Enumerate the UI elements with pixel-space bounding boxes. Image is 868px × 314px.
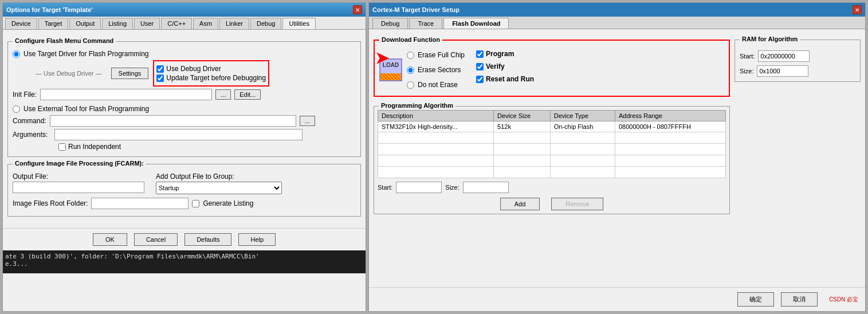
erase-sectors-row: Erase Sectors bbox=[407, 66, 465, 74]
erase-full-chip-row: Erase Full Chip bbox=[407, 51, 465, 59]
tab-right-flash-download[interactable]: Flash Download bbox=[443, 18, 509, 29]
add-button[interactable]: Add bbox=[500, 198, 540, 210]
do-not-erase-radio[interactable] bbox=[407, 81, 414, 89]
verify-row: Verify bbox=[476, 62, 534, 70]
tab-debug[interactable]: Debug bbox=[250, 18, 281, 29]
output-file-section: Output File: bbox=[13, 172, 144, 194]
run-independent-checkbox[interactable] bbox=[58, 143, 66, 151]
tab-right-trace[interactable]: Trace bbox=[409, 18, 442, 29]
right-close-button[interactable]: ✕ bbox=[853, 5, 862, 14]
reset-and-run-label: Reset and Run bbox=[486, 75, 534, 83]
tab-linker[interactable]: Linker bbox=[219, 18, 249, 29]
tab-output[interactable]: Output bbox=[69, 18, 101, 29]
configure-flash-group: Configure Flash Menu Command Use Target … bbox=[7, 41, 361, 157]
erase-options: Erase Full Chip Erase Sectors Do not Era… bbox=[407, 49, 465, 91]
update-target-checkbox-row: Update Target before Debugging bbox=[156, 74, 266, 82]
col-device-size: Device Size bbox=[494, 111, 551, 121]
tab-device[interactable]: Device bbox=[5, 18, 37, 29]
program-label: Program bbox=[486, 50, 514, 58]
tab-cpp[interactable]: C/C++ bbox=[161, 18, 192, 29]
use-target-driver-radio[interactable] bbox=[13, 50, 20, 58]
highlight-checkboxes: Use Debug Driver Update Target before De… bbox=[153, 60, 269, 87]
use-debug-checkbox-row: Use Debug Driver bbox=[156, 65, 266, 73]
col-device-type: Device Type bbox=[550, 111, 615, 121]
console-line-1: ate 3 (build 300)', folder: 'D:\Program … bbox=[5, 253, 363, 260]
image-root-label: Image Files Root Folder: bbox=[13, 199, 88, 207]
ram-start-label: Start: bbox=[740, 53, 755, 60]
init-file-browse-button[interactable]: ... bbox=[215, 89, 231, 100]
tab-utilities[interactable]: Utilities bbox=[282, 18, 315, 29]
image-root-input[interactable] bbox=[91, 198, 188, 209]
add-output-label: Add Output File to Group: bbox=[156, 172, 234, 180]
do-not-erase-row: Do not Erase bbox=[407, 81, 465, 89]
output-file-label: Output File: bbox=[13, 172, 48, 180]
right-content: Download Function LOAD Erase Full Chip bbox=[369, 29, 865, 287]
arrow-indicator: ➤ bbox=[375, 49, 388, 68]
generate-listing-label: Generate Listing bbox=[203, 199, 253, 207]
table-empty-row-4 bbox=[378, 167, 726, 178]
left-bottom-buttons: OK Cancel Defaults Help bbox=[3, 228, 366, 250]
watermark: CSDN 必宝 bbox=[829, 296, 858, 304]
defaults-button[interactable]: Defaults bbox=[184, 233, 231, 246]
erase-sectors-radio[interactable] bbox=[407, 66, 414, 74]
add-output-select[interactable]: Startup bbox=[156, 182, 282, 194]
reset-and-run-checkbox[interactable] bbox=[476, 76, 484, 83]
algo-size-input[interactable] bbox=[463, 182, 509, 193]
update-target-checkbox[interactable] bbox=[156, 74, 164, 82]
programming-algo-title: Programming Algorithm bbox=[379, 102, 455, 109]
ram-size-input[interactable]: 0x1000 bbox=[757, 65, 808, 77]
left-title: Options for Target 'Template' bbox=[6, 6, 93, 13]
erase-full-chip-radio[interactable] bbox=[407, 52, 414, 59]
table-empty-row-1 bbox=[378, 132, 726, 144]
tab-user[interactable]: User bbox=[134, 18, 160, 29]
algo-buttons: Add Remove bbox=[378, 198, 726, 210]
table-empty-row-3 bbox=[378, 155, 726, 167]
verify-checkbox[interactable] bbox=[476, 63, 484, 70]
tab-right-debug[interactable]: Debug bbox=[372, 18, 408, 29]
algo-start-input[interactable] bbox=[396, 182, 442, 193]
right-titlebar: Cortex-M Target Driver Setup ✕ bbox=[369, 3, 865, 17]
cell-address-range: 08000000H - 0807FFFFH bbox=[615, 121, 725, 132]
use-external-tool-row: Use External Tool for Flash Programming bbox=[13, 105, 356, 113]
configure-flash-title: Configure Flash Menu Command bbox=[13, 37, 116, 44]
program-checkbox[interactable] bbox=[476, 50, 484, 58]
command-browse-button[interactable]: ... bbox=[300, 116, 315, 126]
left-window: Options for Target 'Template' ✕ Device T… bbox=[2, 2, 366, 312]
ok-button[interactable]: OK bbox=[93, 233, 127, 246]
table-row: STM32F10x High-density... 512k On-chip F… bbox=[378, 121, 726, 132]
output-file-input[interactable] bbox=[13, 182, 144, 193]
tab-asm[interactable]: Asm bbox=[193, 18, 218, 29]
left-close-button[interactable]: ✕ bbox=[353, 5, 362, 14]
settings-button[interactable]: Settings bbox=[111, 68, 149, 79]
add-output-section: Add Output File to Group: Startup bbox=[156, 172, 282, 194]
arguments-row: Arguments: bbox=[13, 129, 356, 140]
init-file-input[interactable] bbox=[40, 89, 212, 100]
command-input[interactable] bbox=[50, 115, 296, 127]
right-bottom-buttons: 确定 取消 CSDN 必宝 bbox=[369, 287, 865, 311]
programming-algorithm-box: Programming Algorithm Description Device… bbox=[374, 106, 730, 214]
cell-description: STM32F10x High-density... bbox=[378, 121, 494, 132]
use-debug-checkbox[interactable] bbox=[156, 65, 164, 73]
download-function-inner: LOAD Erase Full Chip Erase Sectors bbox=[379, 49, 724, 91]
right-main-content: Download Function LOAD Erase Full Chip bbox=[374, 34, 730, 282]
remove-button[interactable]: Remove bbox=[551, 198, 603, 210]
ram-for-algorithm-title: RAM for Algorithm bbox=[740, 36, 800, 42]
cancel-button[interactable]: Cancel bbox=[134, 233, 178, 246]
ram-start-input[interactable]: 0x20000000 bbox=[758, 50, 810, 62]
confirm-button[interactable]: 确定 bbox=[737, 292, 774, 307]
help-button[interactable]: Help bbox=[238, 233, 276, 246]
arguments-input[interactable] bbox=[54, 129, 303, 140]
image-root-row: Image Files Root Folder: Generate Listin… bbox=[13, 198, 356, 209]
generate-listing-checkbox[interactable] bbox=[192, 200, 199, 207]
tab-target[interactable]: Target bbox=[38, 18, 69, 29]
left-panel-content: Configure Flash Menu Command Use Target … bbox=[3, 30, 366, 226]
erase-sectors-label: Erase Sectors bbox=[418, 66, 461, 74]
right-cancel-button[interactable]: 取消 bbox=[781, 292, 818, 307]
init-file-edit-button[interactable]: Edit... bbox=[234, 89, 261, 100]
command-label: Command: bbox=[13, 117, 46, 125]
configure-image-group: Configure Image File Processing (FCARM):… bbox=[7, 164, 361, 217]
tab-listing[interactable]: Listing bbox=[102, 18, 133, 29]
use-external-tool-radio[interactable] bbox=[13, 105, 20, 113]
ram-for-algorithm-box: RAM for Algorithm Start: 0x20000000 Size… bbox=[735, 40, 861, 82]
right-title: Cortex-M Target Driver Setup bbox=[372, 6, 459, 13]
